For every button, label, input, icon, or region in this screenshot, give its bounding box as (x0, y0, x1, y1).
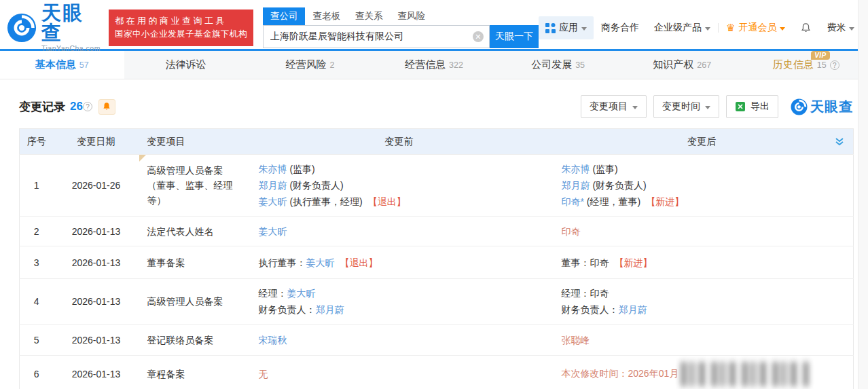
promo-badge: 都在用的商业查询工具 国家中小企业发展子基金旗下机构 (109, 10, 253, 46)
person-link[interactable]: 郑月蔚 (562, 180, 590, 191)
search-tab[interactable]: 查公司 (263, 7, 306, 25)
cell-text: (财务负责人) (590, 180, 647, 191)
after-cell: 经理：印奇财务负责人：郑月蔚 (551, 279, 854, 325)
change-date: 2026-01-13 (54, 246, 139, 279)
watermark-logo: 天眼查 (791, 98, 853, 116)
nav-user-menu[interactable]: 费米 (819, 22, 862, 34)
col-before: 变更前 (248, 129, 551, 155)
after-cell: 本次修改时间：2026年01月 (551, 356, 854, 389)
export-label: 导出 (751, 100, 770, 113)
person-link[interactable]: 姜大昕 (259, 226, 287, 237)
row-index: 3 (20, 246, 54, 279)
tab-label: 经营风险 (285, 58, 326, 70)
cell-text: 张聪峰 (562, 335, 590, 346)
search-tab[interactable]: 查风险 (390, 7, 433, 25)
tianyancha-page: 天眼查 TianYanCha.com 都在用的商业查询工具 国家中小企业发展子基… (0, 0, 868, 389)
tab-label: 公司发展 (531, 58, 572, 70)
expand-all-icon[interactable] (834, 136, 845, 147)
change-item: 董事备案 (139, 246, 248, 279)
tab-公司发展[interactable]: 公司发展35 (496, 51, 620, 79)
table-row: 62026-01-13章程备案无本次修改时间：2026年01月 (20, 356, 854, 389)
tab-label: 基本信息 (35, 58, 76, 70)
person-link[interactable]: 宋瑞秋 (259, 335, 287, 346)
page-tabs: 基本信息57法律诉讼经营风险2经营信息322公司发展35知识产权267历史信息V… (0, 49, 868, 79)
before-cell: 宋瑞秋 (248, 325, 551, 356)
tab-知识产权[interactable]: 知识产权267 (620, 51, 744, 79)
help-icon[interactable]: ? (830, 60, 839, 70)
browser-scrollbar[interactable] (858, 0, 868, 389)
cell-text: (执行董事，经理) (287, 196, 363, 207)
tianyancha-logo-icon (7, 12, 37, 43)
col-after-label: 变更后 (687, 136, 716, 147)
person-link[interactable]: 朱亦博 (562, 164, 590, 174)
change-tag: 【退出】 (368, 196, 406, 207)
search-tab[interactable]: 查老板 (305, 7, 348, 25)
search-button[interactable]: 天眼一下 (490, 25, 539, 48)
promo-line1: 都在用的商业查询工具 (115, 14, 247, 28)
tab-经营信息[interactable]: 经营信息322 (372, 51, 496, 79)
table-row: 52026-01-13登记联络员备案宋瑞秋张聪峰 (20, 325, 854, 356)
person-link[interactable]: 印奇* (562, 196, 584, 207)
filter-change-item-button[interactable]: 变更项目 (581, 95, 647, 118)
filter-change-time-button[interactable]: 变更时间 (653, 95, 719, 118)
nav-enterprise-label: 企业级产品 (654, 22, 702, 34)
person-link[interactable]: 朱亦博 (259, 164, 287, 174)
before-cell: 姜大昕 (248, 217, 551, 246)
tab-label: 知识产权 (653, 58, 693, 70)
tab-历史信息[interactable]: 历史信息VIP15? (744, 51, 868, 79)
brand-logo[interactable]: 天眼查 TianYanCha.com (7, 3, 102, 52)
tab-基本信息[interactable]: 基本信息57 (0, 51, 124, 79)
nav-enterprise[interactable]: 企业级产品 (647, 22, 718, 34)
search-tabs: 查公司查老板查关系查风险 (263, 7, 539, 25)
before-cell: 经理：姜大昕财务负责人：郑月蔚 (248, 279, 551, 325)
nav-cooperation[interactable]: 商务合作 (594, 22, 647, 34)
change-item: 登记联络员备案 (139, 325, 248, 356)
clear-icon[interactable]: ✕ (473, 31, 484, 42)
before-cell: 朱亦博 (监事)郑月蔚 (财务负责人)姜大昕 (执行董事，经理)【退出】 (248, 155, 551, 217)
col-index: 序号 (20, 129, 54, 155)
person-link[interactable]: 姜大昕 (259, 196, 287, 207)
tab-经营风险[interactable]: 经营风险2 (248, 51, 372, 79)
table-row: 32026-01-13董事备案执行董事：姜大昕【退出】董事：印奇【新进】 (20, 246, 854, 279)
export-button[interactable]: 导出 (726, 95, 778, 118)
change-item: 章程备案 (139, 356, 248, 389)
crown-icon: ♛ (726, 22, 735, 34)
person-link[interactable]: 姜大昕 (306, 257, 335, 268)
filter-time-label: 变更时间 (662, 100, 700, 113)
chevron-down-icon (780, 27, 785, 31)
person-link[interactable]: 姜大昕 (287, 288, 316, 299)
row-index: 1 (20, 155, 54, 217)
search-input[interactable] (264, 26, 489, 48)
help-icon[interactable]: ? (83, 102, 92, 111)
cell-text: 印奇 (562, 226, 581, 237)
blurred-watermark (682, 362, 808, 386)
person-link[interactable]: 郑月蔚 (316, 304, 344, 315)
cell-text: 经理： (259, 288, 287, 299)
nav-apps[interactable]: 应用 (539, 16, 594, 39)
tab-法律诉讼[interactable]: 法律诉讼 (124, 51, 249, 79)
filter-item-label: 变更项目 (590, 100, 628, 113)
subscribe-bell-button[interactable] (98, 99, 115, 115)
tab-count: 267 (697, 60, 711, 70)
tab-label: 历史信息 (773, 58, 814, 70)
chevron-down-icon (705, 106, 710, 109)
person-link[interactable]: 郑月蔚 (619, 304, 647, 315)
tab-count: 2 (329, 60, 334, 70)
person-link[interactable]: 郑月蔚 (259, 180, 287, 191)
search-tab[interactable]: 查关系 (348, 7, 391, 25)
cell-text: 经理：印奇 (562, 288, 609, 299)
change-tag: 【新进】 (615, 257, 653, 268)
nav-notifications[interactable] (793, 22, 819, 34)
search-box: 查公司查老板查关系查风险 ✕ 天眼一下 (263, 7, 539, 48)
section-title: 变更记录 (19, 99, 65, 115)
change-tag: 【退出】 (340, 257, 378, 268)
tab-label: 经营信息 (405, 58, 446, 70)
after-cell: 董事：印奇【新进】 (551, 246, 854, 279)
tab-count: 15 (817, 60, 827, 70)
change-date: 2026-01-13 (54, 356, 139, 389)
nav-vip[interactable]: ♛ 开通会员 (719, 22, 793, 34)
top-nav: 应用 商务合作 企业级产品 ♛ 开通会员 (539, 16, 862, 39)
nav-vip-label: 开通会员 (738, 22, 776, 34)
cell-text: 无 (259, 369, 268, 379)
row-index: 5 (20, 325, 54, 356)
